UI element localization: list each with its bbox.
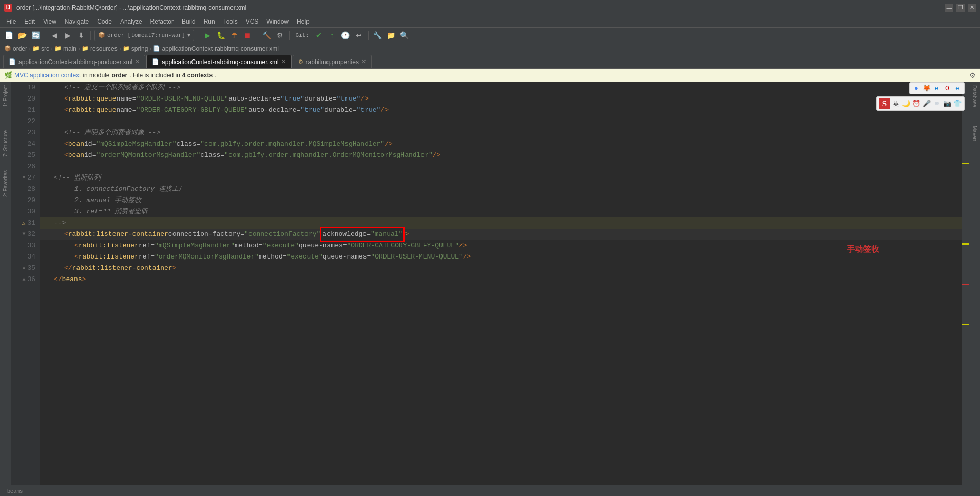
close-button[interactable]: ✕ (968, 4, 976, 12)
git-revert[interactable]: ↩ (353, 30, 364, 41)
line-num-20: 20 (27, 93, 35, 105)
line-30: 30 (11, 206, 35, 217)
tab-consumer-close[interactable]: ✕ (281, 58, 286, 65)
line-num-23: 23 (27, 127, 35, 138)
menu-view[interactable]: View (39, 17, 61, 26)
marker-red-1 (962, 284, 969, 285)
project-label[interactable]: 1: Project (3, 85, 8, 107)
breadcrumb-order[interactable]: 📦 order (4, 45, 27, 52)
tab-properties-close[interactable]: ✕ (361, 58, 366, 65)
git-update[interactable]: ↑ (326, 30, 338, 41)
minimize-button[interactable]: — (945, 4, 953, 12)
line-22: 22 (11, 116, 35, 127)
git-history[interactable]: 🕐 (340, 30, 351, 41)
tab-properties[interactable]: ⚙ rabbitmq.properties ✕ (293, 55, 372, 68)
editor-container: 1: Project 7: Structure 2: Favorites 19 … (0, 82, 980, 485)
code-editor[interactable]: <!-- 定义一个队列或者多个队列 --> <rabbit:queue name… (40, 82, 962, 485)
tab-consumer[interactable]: 📄 applicationContext-rabbitmq-consumer.x… (146, 55, 291, 68)
ie-icon[interactable]: e (932, 84, 941, 93)
settings-button[interactable]: 🔧 (372, 30, 383, 41)
code-line-24: <bean id="mQSimpleMsgHandler" class="com… (40, 138, 962, 150)
fold-36[interactable]: ▲ (22, 274, 25, 285)
structure-label[interactable]: 7: Structure (3, 130, 8, 157)
maximize-button[interactable]: ❐ (956, 4, 965, 12)
line-23: 23 (11, 127, 35, 138)
time-icon[interactable]: ⏰ (912, 99, 921, 108)
edge-icon[interactable]: e (953, 84, 962, 93)
rebuild-button[interactable]: ⚙ (274, 30, 285, 41)
debug-button[interactable]: 🐛 (215, 30, 226, 41)
git-checkmark[interactable]: ✔ (313, 30, 324, 41)
opera-icon[interactable]: O (943, 84, 952, 93)
line-num-28: 28 (27, 184, 35, 195)
run-button[interactable]: ▶ (202, 30, 213, 41)
search-button[interactable]: 🔍 (399, 30, 410, 41)
breadcrumb-main[interactable]: 📁 main (54, 45, 76, 52)
settings-gear-icon[interactable]: ⚙ (969, 71, 976, 80)
coverage-button[interactable]: ☂ (228, 30, 240, 41)
menu-vcs[interactable]: VCS (242, 17, 263, 26)
back-button[interactable]: ◀ (49, 30, 60, 41)
breadcrumb-resources[interactable]: 📁 resources (82, 45, 118, 52)
maven-label[interactable]: Maven (972, 126, 977, 141)
menu-navigate[interactable]: Navigate (61, 17, 93, 26)
menu-analyze[interactable]: Analyze (116, 17, 146, 26)
shirt-icon[interactable]: 👕 (953, 99, 962, 108)
sync-button[interactable]: 🔄 (30, 30, 41, 41)
tab-consumer-label: applicationContext-rabbitmq-consumer.xml (162, 58, 278, 66)
favorites-label[interactable]: 2: Favorites (3, 170, 8, 197)
line-num-25: 25 (27, 150, 35, 161)
database-label[interactable]: Database (972, 85, 977, 107)
left-sidebar: 1: Project 7: Structure 2: Favorites (0, 82, 11, 485)
window-controls[interactable]: — ❐ ✕ (945, 4, 976, 12)
menu-edit[interactable]: Edit (20, 17, 39, 26)
notif-link[interactable]: MVC application context (14, 72, 81, 79)
menu-run[interactable]: Run (200, 17, 219, 26)
stop-button[interactable]: ⏹ (242, 30, 253, 41)
run-config-selector[interactable]: 📦 order [tomcat7:run-war] ▼ (94, 30, 194, 41)
menu-tools[interactable]: Tools (219, 17, 242, 26)
breadcrumb-file[interactable]: 📄 applicationContext-rabbitmq-consumer.x… (153, 45, 278, 52)
recent-button[interactable]: ⬇ (75, 30, 87, 41)
mic-icon[interactable]: 🎤 (922, 99, 931, 108)
separator5 (289, 31, 290, 40)
camera-icon[interactable]: 📷 (943, 99, 952, 108)
code-line-22 (40, 116, 962, 127)
line-num-24: 24 (27, 138, 35, 150)
forward-button[interactable]: ▶ (62, 30, 73, 41)
git-label: Git: (293, 32, 311, 38)
firefox-icon[interactable]: 🦊 (922, 84, 931, 93)
scroll-markers (962, 82, 969, 485)
sogou-icon[interactable]: S (879, 98, 890, 109)
line-29: 29 (11, 195, 35, 206)
sep4: › (119, 45, 121, 52)
line-num-29: 29 (27, 195, 35, 206)
code-line-27: <!-- 监听队列 (40, 172, 962, 184)
vcs-roots[interactable]: 📁 (386, 30, 397, 41)
open-button[interactable]: 📂 (16, 30, 28, 41)
lang-icon[interactable]: 英 (891, 99, 900, 108)
toolbar: 📄 📂 🔄 ◀ ▶ ⬇ 📦 order [tomcat7:run-war] ▼ … (0, 28, 980, 43)
code-line-28: 1. connectionFactory 连接工厂 (40, 184, 962, 195)
fold-27[interactable]: ▼ (22, 172, 25, 184)
comment-27: <!-- 监听队列 (54, 172, 101, 184)
fold-32[interactable]: ▼ (22, 229, 25, 240)
menu-code[interactable]: Code (93, 17, 116, 26)
code-line-35: </rabbit:listener-container> (40, 263, 962, 274)
breadcrumb-src[interactable]: 📁 src (32, 45, 49, 52)
breadcrumb-spring[interactable]: 📁 spring (123, 45, 148, 52)
menu-help[interactable]: Help (293, 17, 314, 26)
build-button[interactable]: 🔨 (261, 30, 272, 41)
file-icon-xml: 📄 (153, 45, 160, 52)
menu-refactor[interactable]: Refactor (146, 17, 178, 26)
fold-35[interactable]: ▲ (22, 263, 25, 274)
menu-window[interactable]: Window (262, 17, 293, 26)
menu-file[interactable]: File (2, 17, 20, 26)
tab-producer[interactable]: 📄 applicationContext-rabbitmq-producer.x… (3, 55, 145, 68)
chrome-icon[interactable]: ● (912, 84, 921, 93)
tab-producer-close[interactable]: ✕ (135, 58, 140, 65)
moon-icon[interactable]: 🌙 (901, 99, 911, 108)
menu-build[interactable]: Build (178, 17, 200, 26)
keyboard-icon[interactable]: ⌨ (932, 99, 941, 108)
new-file-button[interactable]: 📄 (3, 30, 14, 41)
